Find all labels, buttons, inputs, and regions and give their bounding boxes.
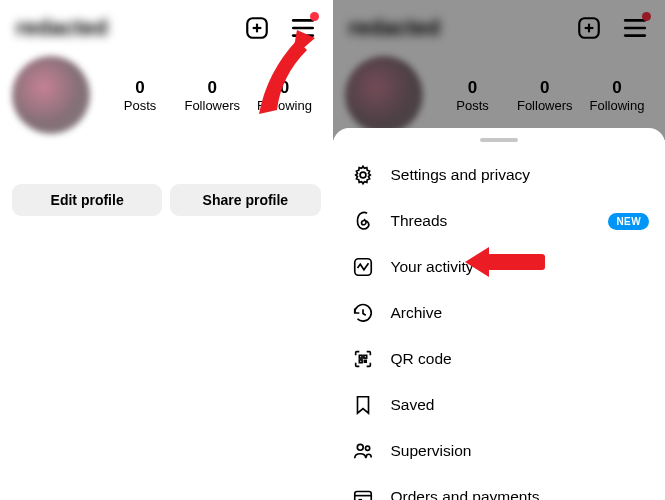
stat-posts-dimmed: 0 Posts bbox=[437, 78, 509, 113]
create-button[interactable] bbox=[243, 14, 271, 42]
plus-box-icon bbox=[244, 15, 270, 41]
avatar-dimmed bbox=[345, 56, 423, 134]
settings-icon bbox=[351, 163, 375, 187]
notification-dot-icon bbox=[642, 12, 651, 21]
stat-followers-count: 0 bbox=[176, 78, 248, 98]
profile-header-dimmed: redacted bbox=[333, 0, 666, 50]
menu-item-qr[interactable]: QR code bbox=[333, 336, 666, 382]
header-actions bbox=[243, 14, 317, 42]
profile-header: redacted bbox=[0, 0, 333, 50]
menu-item-activity[interactable]: Your activity bbox=[333, 244, 666, 290]
menu-item-orders[interactable]: Orders and payments bbox=[333, 474, 666, 500]
threads-icon bbox=[351, 209, 375, 233]
sheet-handle[interactable] bbox=[480, 138, 518, 142]
username-label[interactable]: redacted bbox=[16, 15, 108, 41]
archive-icon bbox=[351, 301, 375, 325]
menu-item-threads[interactable]: Threads NEW bbox=[333, 198, 666, 244]
menu-item-settings[interactable]: Settings and privacy bbox=[333, 152, 666, 198]
menu-item-label: Your activity bbox=[391, 258, 648, 276]
menu-item-label: Saved bbox=[391, 396, 648, 414]
menu-item-saved[interactable]: Saved bbox=[333, 382, 666, 428]
supervision-icon bbox=[351, 439, 375, 463]
stat-posts[interactable]: 0 Posts bbox=[104, 78, 176, 113]
profile-buttons-row: Edit profile Share profile bbox=[0, 144, 333, 216]
menu-item-supervision[interactable]: Supervision bbox=[333, 428, 666, 474]
create-button-dimmed bbox=[575, 14, 603, 42]
stat-followers-label: Followers bbox=[176, 98, 248, 113]
plus-box-icon bbox=[576, 15, 602, 41]
menu-item-archive[interactable]: Archive bbox=[333, 290, 666, 336]
menu-item-label: Supervision bbox=[391, 442, 648, 460]
qr-icon bbox=[351, 347, 375, 371]
sheet-menu: Settings and privacy Threads NEW Your ac… bbox=[333, 152, 666, 500]
username-label-dimmed: redacted bbox=[349, 15, 441, 41]
notification-dot-icon bbox=[310, 12, 319, 21]
bottom-sheet: Settings and privacy Threads NEW Your ac… bbox=[333, 128, 666, 500]
edit-profile-button[interactable]: Edit profile bbox=[12, 184, 162, 216]
share-profile-button[interactable]: Share profile bbox=[170, 184, 320, 216]
menu-item-label: Orders and payments bbox=[391, 488, 648, 500]
stats-row: 0 Posts 0 Followers 0 Following bbox=[0, 50, 333, 144]
stat-posts-count: 0 bbox=[104, 78, 176, 98]
menu-sheet-screen: redacted 0 Posts 0 Followers 0 Follo bbox=[333, 0, 666, 500]
stat-following-count: 0 bbox=[248, 78, 320, 98]
avatar[interactable] bbox=[12, 56, 90, 134]
saved-icon bbox=[351, 393, 375, 417]
stat-following-label: Following bbox=[248, 98, 320, 113]
svg-point-13 bbox=[360, 172, 366, 178]
stats-group: 0 Posts 0 Followers 0 Following bbox=[104, 78, 321, 113]
activity-icon bbox=[351, 255, 375, 279]
svg-rect-15 bbox=[359, 355, 362, 358]
orders-icon bbox=[351, 485, 375, 500]
menu-item-label: Archive bbox=[391, 304, 648, 322]
stat-posts-label: Posts bbox=[104, 98, 176, 113]
profile-screen: redacted 0 Posts 0 Followers 0 Follo bbox=[0, 0, 333, 500]
stat-followers-dimmed: 0 Followers bbox=[509, 78, 581, 113]
stat-following[interactable]: 0 Following bbox=[248, 78, 320, 113]
menu-button-dimmed bbox=[621, 14, 649, 42]
header-actions-dimmed bbox=[575, 14, 649, 42]
svg-rect-17 bbox=[359, 360, 362, 363]
menu-item-label: QR code bbox=[391, 350, 648, 368]
svg-rect-18 bbox=[364, 360, 366, 362]
new-badge: NEW bbox=[608, 213, 649, 230]
svg-rect-16 bbox=[363, 355, 366, 358]
menu-button[interactable] bbox=[289, 14, 317, 42]
svg-point-20 bbox=[365, 446, 369, 450]
svg-point-19 bbox=[357, 444, 363, 450]
stat-following-dimmed: 0 Following bbox=[581, 78, 653, 113]
stat-followers[interactable]: 0 Followers bbox=[176, 78, 248, 113]
stats-group-dimmed: 0 Posts 0 Followers 0 Following bbox=[437, 78, 654, 113]
menu-item-label: Settings and privacy bbox=[391, 166, 648, 184]
